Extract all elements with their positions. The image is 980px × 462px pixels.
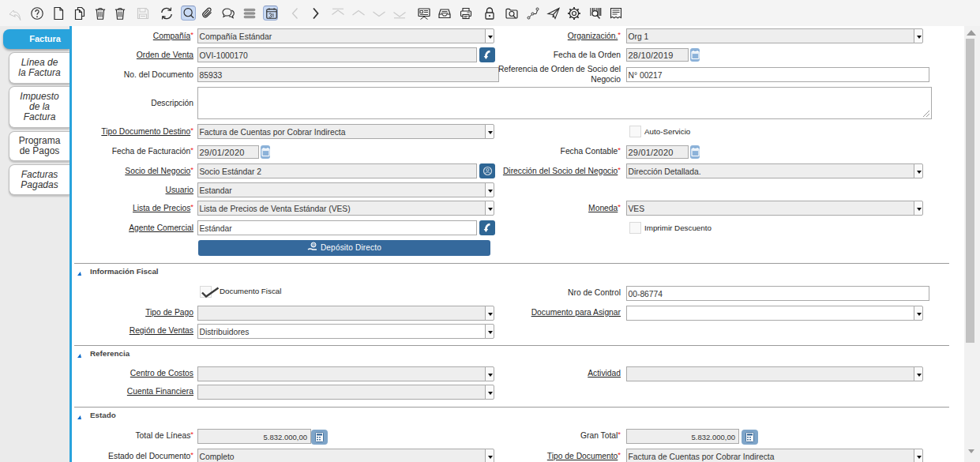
svg-text:@: @ [311,242,316,247]
